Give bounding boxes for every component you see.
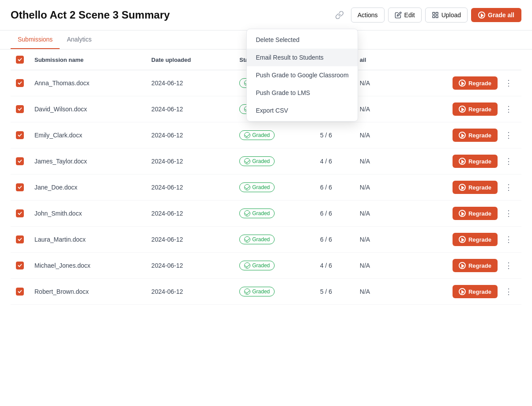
select-all-checkbox[interactable] [16, 56, 24, 64]
table-row: Emily_Clark.docx 2024-06-12 Graded 5 / 6… [11, 122, 521, 148]
actions-dropdown: Delete Selected Email Result to Students… [246, 29, 358, 121]
row-checkbox[interactable] [16, 183, 24, 191]
row-email: N/A [355, 253, 391, 279]
row-submission-name: Emily_Clark.docx [29, 122, 146, 148]
more-options-button[interactable]: ⋮ [501, 233, 516, 246]
row-status: Graded [234, 279, 315, 305]
regrade-play-icon [459, 158, 466, 165]
row-checkbox-cell [11, 175, 29, 201]
row-checkbox[interactable] [16, 235, 24, 243]
regrade-label: Regrade [468, 158, 491, 165]
row-grade: 6 / 6 [315, 201, 355, 227]
grade-all-button[interactable]: Grade all [471, 8, 521, 22]
dropdown-item-email[interactable]: Email Result to Students [247, 49, 357, 66]
row-actions-cell: Regrade ⋮ [391, 122, 521, 148]
row-status: Graded [234, 148, 315, 175]
row-actions-cell: Regrade ⋮ [391, 96, 521, 122]
row-checkbox[interactable] [16, 157, 24, 165]
more-options-button[interactable]: ⋮ [501, 285, 516, 298]
play-icon [478, 11, 485, 19]
more-options-button[interactable]: ⋮ [501, 102, 516, 116]
row-checkbox-cell [11, 122, 29, 148]
regrade-button[interactable]: Regrade [453, 102, 498, 116]
table-row: Jane_Doe.docx 2024-06-12 Graded 6 / 6 N/… [11, 175, 521, 201]
dropdown-item-push-lms[interactable]: Push Grade to LMS [247, 84, 357, 102]
edit-button[interactable]: Edit [388, 8, 422, 23]
more-options-button[interactable]: ⋮ [501, 155, 516, 168]
status-check-icon [244, 236, 250, 243]
row-status: Graded [234, 175, 315, 201]
status-label: Graded [252, 288, 270, 295]
row-grade: 5 / 6 [315, 279, 355, 305]
row-actions-cell: Regrade ⋮ [391, 148, 521, 175]
upload-button[interactable]: Upload [425, 8, 468, 23]
row-actions-cell: Regrade ⋮ [391, 227, 521, 253]
regrade-button[interactable]: Regrade [453, 76, 498, 90]
row-checkbox-cell [11, 253, 29, 279]
row-grade: 4 / 6 [315, 253, 355, 279]
status-label: Graded [252, 132, 270, 138]
regrade-label: Regrade [468, 236, 491, 243]
row-date: 2024-06-12 [146, 227, 234, 253]
more-options-button[interactable]: ⋮ [501, 76, 516, 90]
status-check-icon [244, 288, 250, 295]
regrade-label: Regrade [468, 80, 491, 87]
row-email: N/A [355, 227, 391, 253]
regrade-play-icon [459, 132, 466, 139]
row-actions-cell: Regrade ⋮ [391, 175, 521, 201]
regrade-button[interactable]: Regrade [453, 181, 498, 194]
row-checkbox-cell [11, 279, 29, 305]
row-status: Graded [234, 122, 315, 148]
svg-rect-1 [436, 12, 438, 15]
regrade-button[interactable]: Regrade [453, 259, 498, 272]
row-checkbox[interactable] [16, 288, 24, 296]
regrade-button[interactable]: Regrade [453, 233, 498, 246]
more-options-button[interactable]: ⋮ [501, 207, 516, 220]
row-grade: 5 / 6 [315, 122, 355, 148]
row-actions-cell: Regrade ⋮ [391, 201, 521, 227]
dropdown-item-delete[interactable]: Delete Selected [247, 31, 357, 49]
row-email: N/A [355, 70, 391, 96]
tab-submissions[interactable]: Submissions [11, 30, 60, 49]
more-options-button[interactable]: ⋮ [501, 181, 516, 194]
regrade-play-icon [459, 210, 466, 217]
status-label: Graded [252, 262, 270, 269]
row-date: 2024-06-12 [146, 175, 234, 201]
regrade-button[interactable]: Regrade [453, 207, 498, 220]
row-grade: 6 / 6 [315, 227, 355, 253]
dropdown-item-export-csv[interactable]: Export CSV [247, 102, 357, 119]
row-checkbox[interactable] [16, 79, 24, 87]
row-checkbox[interactable] [16, 262, 24, 269]
row-email: N/A [355, 122, 391, 148]
table-row: John_Smith.docx 2024-06-12 Graded 6 / 6 … [11, 201, 521, 227]
header-checkbox-col [11, 49, 29, 70]
dropdown-item-push-google[interactable]: Push Grade to Google Classroom [247, 66, 357, 84]
regrade-button[interactable]: Regrade [453, 129, 498, 142]
status-label: Graded [252, 158, 270, 164]
actions-button[interactable]: Actions [351, 8, 385, 23]
regrade-button[interactable]: Regrade [453, 285, 498, 298]
more-options-button[interactable]: ⋮ [501, 259, 516, 272]
tab-analytics[interactable]: Analytics [60, 30, 98, 49]
more-options-button[interactable]: ⋮ [501, 129, 516, 142]
regrade-label: Regrade [468, 106, 491, 113]
row-submission-name: Robert_Brown.docx [29, 279, 146, 305]
row-checkbox-cell [11, 201, 29, 227]
page-title: Othello Act 2 Scene 3 Summary [11, 9, 170, 21]
status-check-icon [244, 132, 250, 138]
row-email: N/A [355, 96, 391, 122]
row-submission-name: James_Taylor.docx [29, 148, 146, 175]
row-checkbox[interactable] [16, 209, 24, 217]
regrade-button[interactable]: Regrade [453, 155, 498, 168]
link-button[interactable] [332, 7, 347, 23]
svg-rect-3 [436, 15, 438, 18]
edit-label: Edit [404, 11, 415, 19]
row-checkbox[interactable] [16, 131, 24, 139]
status-check-icon [244, 210, 250, 216]
row-checkbox[interactable] [16, 105, 24, 113]
row-date: 2024-06-12 [146, 148, 234, 175]
regrade-label: Regrade [468, 210, 491, 217]
row-grade: 6 / 6 [315, 175, 355, 201]
regrade-label: Regrade [468, 262, 491, 269]
status-label: Graded [252, 184, 270, 190]
